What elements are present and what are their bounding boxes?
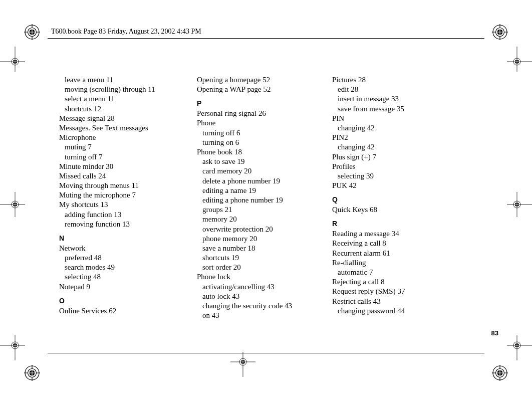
index-subentry: changing the security code 43 — [197, 301, 332, 311]
index-entry: Phone — [197, 118, 332, 128]
index-subentry: phone memory 20 — [197, 234, 332, 244]
index-entry: PIN — [332, 114, 467, 123]
index-column-1: leave a menu 11moving (scrolling) throug… — [59, 75, 197, 320]
index-entry: Receiving a call 8 — [332, 239, 467, 248]
index-subentry: changing 42 — [332, 123, 467, 133]
index-subentry: insert in message 33 — [332, 94, 467, 104]
index-subentry: leave a menu 11 — [59, 75, 197, 85]
index-entry: Request reply (SMS) 37 — [332, 287, 467, 296]
index-subentry: selecting 39 — [332, 171, 467, 181]
index-entry: My shortcuts 13 — [59, 200, 197, 210]
header-rule — [48, 38, 484, 39]
printer-mark-icon — [492, 365, 508, 381]
index-entry: Notepad 9 — [59, 282, 197, 292]
index-entry: Reading a message 34 — [332, 229, 467, 239]
index-content: leave a menu 11moving (scrolling) throug… — [59, 75, 502, 320]
index-subentry: activating/cancelling 43 — [197, 282, 332, 292]
index-entry: Message signal 28 — [59, 114, 197, 123]
index-letter-heading: P — [197, 99, 332, 108]
index-subentry: sort order 20 — [197, 263, 332, 272]
index-subentry: removing function 13 — [59, 220, 197, 229]
index-subentry: save a number 18 — [197, 244, 332, 253]
index-entry: Network — [59, 244, 197, 253]
index-entry: Restrict calls 43 — [332, 297, 467, 306]
footer-rule — [48, 353, 484, 353]
index-subentry: muting 7 — [59, 142, 197, 152]
index-entry: Moving through menus 11 — [59, 181, 197, 190]
index-subentry: moving (scrolling) through 11 — [59, 85, 197, 94]
crop-mark-icon — [502, 330, 532, 362]
printer-mark-icon — [24, 365, 40, 381]
index-column-3: Pictures 28edit 28insert in message 33sa… — [332, 75, 467, 320]
crop-mark-icon — [0, 47, 30, 79]
index-subentry: changing password 44 — [332, 306, 467, 316]
index-subentry: overwrite protection 20 — [197, 225, 332, 234]
printer-mark-icon — [24, 24, 40, 40]
printer-mark-icon — [492, 24, 508, 40]
index-entry: Online Services 62 — [59, 306, 197, 316]
index-subentry: automatic 7 — [332, 268, 467, 277]
index-entry: Phone book 18 — [197, 147, 332, 157]
crop-mark-icon — [0, 189, 30, 222]
index-subentry: selecting 48 — [59, 272, 197, 282]
index-entry: PUK 42 — [332, 181, 467, 190]
index-subentry: save from message 35 — [332, 104, 467, 114]
index-subentry: adding function 13 — [59, 210, 197, 220]
index-subentry: turning on 6 — [197, 138, 332, 147]
crop-mark-icon — [228, 347, 258, 379]
index-subentry: changing 42 — [332, 142, 467, 152]
index-subentry: search modes 49 — [59, 263, 197, 272]
index-subentry: select a menu 11 — [59, 94, 197, 104]
index-subentry: editing a phone number 19 — [197, 195, 332, 205]
page-number: 83 — [491, 329, 498, 337]
index-entry: Recurrent alarm 61 — [332, 249, 467, 258]
index-entry: Personal ring signal 26 — [197, 109, 332, 118]
index-subentry: shortcuts 19 — [197, 253, 332, 263]
crop-mark-icon — [0, 330, 30, 362]
index-letter-heading: O — [59, 297, 197, 306]
index-entry: Profiles — [332, 162, 467, 171]
index-subentry: ask to save 19 — [197, 157, 332, 166]
index-subentry: on 43 — [197, 311, 332, 320]
index-entry: Re-dialling — [332, 258, 467, 268]
index-entry: Plus sign (+) 7 — [332, 152, 467, 162]
index-letter-heading: Q — [332, 195, 467, 205]
index-letter-heading: R — [332, 220, 467, 229]
index-entry: Opening a WAP page 52 — [197, 85, 332, 94]
index-letter-heading: N — [59, 234, 197, 243]
crop-mark-icon — [502, 189, 532, 222]
crop-mark-icon — [502, 47, 532, 79]
index-subentry: editing a name 19 — [197, 186, 332, 195]
index-subentry: card memory 20 — [197, 166, 332, 176]
index-entry: Microphone — [59, 133, 197, 142]
index-entry: Pictures 28 — [332, 75, 467, 85]
index-subentry: preferred 48 — [59, 253, 197, 263]
index-subentry: groups 21 — [197, 205, 332, 215]
index-subentry: auto lock 43 — [197, 292, 332, 301]
index-entry: Phone lock — [197, 272, 332, 282]
index-entry: Rejecting a call 8 — [332, 277, 467, 287]
index-entry: Missed calls 24 — [59, 171, 197, 181]
index-entry: Muting the microphone 7 — [59, 190, 197, 200]
index-entry: PIN2 — [332, 133, 467, 142]
index-entry: Messages. See Text messages — [59, 123, 197, 133]
index-entry: Quick Keys 68 — [332, 205, 467, 215]
index-subentry: delete a phone number 19 — [197, 176, 332, 186]
index-subentry: shortcuts 12 — [59, 104, 197, 114]
index-entry: Opening a homepage 52 — [197, 75, 332, 85]
index-column-2: Opening a homepage 52Opening a WAP page … — [197, 75, 332, 320]
index-subentry: edit 28 — [332, 85, 467, 94]
index-subentry: turning off 6 — [197, 128, 332, 138]
index-subentry: turning off 7 — [59, 152, 197, 162]
index-entry: Minute minder 30 — [59, 162, 197, 171]
page-header: T600.book Page 83 Friday, August 23, 200… — [51, 28, 201, 36]
index-subentry: memory 20 — [197, 215, 332, 224]
